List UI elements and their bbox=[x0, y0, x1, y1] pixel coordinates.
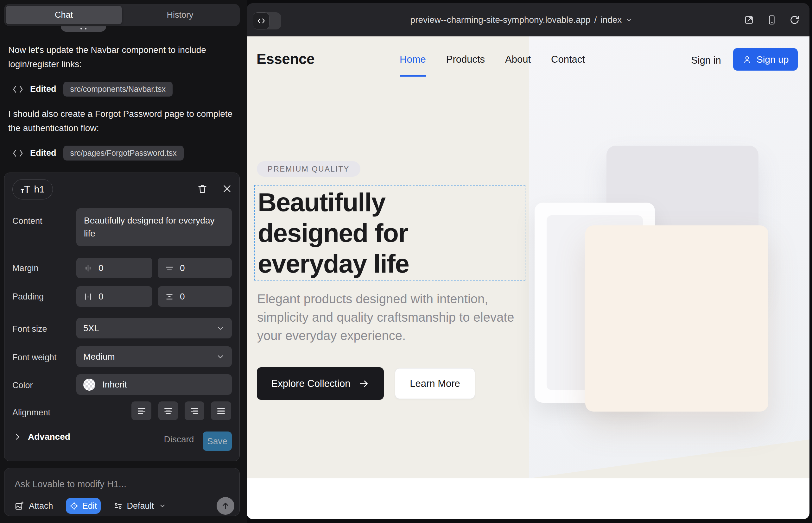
url-bar[interactable]: preview--charming-site-symphony.lovable.… bbox=[410, 3, 633, 36]
nav-link-contact[interactable]: Contact bbox=[551, 54, 585, 65]
route-name: index bbox=[600, 15, 622, 25]
chat-composer: Ask Lovable to modify H1... Attach Edit … bbox=[4, 468, 240, 516]
edited-label: Edited bbox=[30, 148, 56, 158]
user-icon bbox=[742, 55, 752, 64]
padding-label: Padding bbox=[12, 292, 44, 302]
preview-chrome-bar: preview--charming-site-symphony.lovable.… bbox=[247, 3, 810, 36]
refresh-icon[interactable] bbox=[789, 15, 800, 25]
attach-label: Attach bbox=[29, 501, 53, 511]
hero-heading[interactable]: Beautifully designed for everyday life bbox=[258, 187, 409, 279]
route-chevron-icon bbox=[625, 16, 632, 23]
site-nav: Home Products About Contact bbox=[400, 54, 585, 65]
sign-up-label: Sign up bbox=[757, 54, 789, 65]
sign-in-link[interactable]: Sign in bbox=[691, 55, 721, 66]
default-label: Default bbox=[127, 501, 154, 511]
margin-y-input[interactable]: 0 bbox=[158, 258, 232, 278]
app-window: { "sidebar": { "tabs": { "chat": "Chat",… bbox=[0, 0, 812, 523]
save-button[interactable]: Save bbox=[203, 432, 232, 451]
nav-link-home[interactable]: Home bbox=[400, 54, 426, 65]
edited-file-row: Edited src/pages/ForgotPassword.tsx bbox=[13, 146, 184, 161]
align-center-button[interactable] bbox=[158, 401, 178, 420]
color-value: Inherit bbox=[102, 380, 127, 390]
chevron-down-icon bbox=[159, 502, 166, 510]
attach-button[interactable]: Attach bbox=[15, 501, 53, 511]
advanced-label: Advanced bbox=[28, 432, 70, 442]
edit-target-icon bbox=[69, 501, 79, 511]
edited-file-row: Edited src/components/Navbar.tsx bbox=[13, 82, 173, 96]
chevron-down-icon bbox=[216, 353, 225, 361]
edit-mode-button[interactable]: Edit bbox=[66, 498, 101, 514]
explore-collection-button[interactable]: Explore Collection bbox=[257, 367, 384, 400]
default-mode-button[interactable]: Default bbox=[113, 501, 166, 511]
selected-element-outline[interactable]: Beautifully designed for everyday life bbox=[254, 185, 525, 281]
site-page: Essence Home Products About Contact Sign… bbox=[247, 36, 810, 519]
settings-sliders-icon bbox=[113, 501, 123, 511]
padding-y-input[interactable]: 0 bbox=[158, 286, 232, 307]
margin-x-value: 0 bbox=[99, 263, 104, 273]
margin-label: Margin bbox=[12, 264, 39, 273]
color-label: Color bbox=[12, 381, 33, 390]
hero-heading-line: designed for bbox=[258, 218, 408, 247]
composer-toolbar: Attach Edit Default bbox=[15, 498, 234, 514]
align-right-button[interactable] bbox=[184, 401, 204, 420]
selected-element-tag: ᴛT h1 bbox=[12, 179, 53, 199]
align-justify-icon bbox=[216, 406, 226, 416]
close-icon bbox=[222, 184, 232, 194]
discard-button[interactable]: Discard bbox=[161, 434, 197, 445]
font-size-label: Font size bbox=[12, 324, 47, 334]
premium-quality-badge: PREMIUM QUALITY bbox=[257, 161, 360, 177]
color-select[interactable]: Inherit bbox=[76, 374, 232, 395]
delete-element-button[interactable] bbox=[196, 183, 208, 195]
chat-message: Now let's update the Navbar component to… bbox=[8, 43, 234, 72]
explore-collection-label: Explore Collection bbox=[271, 378, 351, 390]
content-label: Content bbox=[12, 216, 42, 226]
edited-label: Edited bbox=[30, 84, 56, 94]
browser-preview: preview--charming-site-symphony.lovable.… bbox=[247, 3, 810, 519]
mobile-view-icon[interactable] bbox=[767, 15, 777, 25]
margin-horizontal-icon bbox=[83, 264, 93, 273]
file-pill[interactable]: src/pages/ForgotPassword.tsx bbox=[63, 146, 184, 161]
nav-link-about[interactable]: About bbox=[505, 54, 531, 65]
file-pill[interactable]: src/components/Navbar.tsx bbox=[63, 82, 173, 96]
learn-more-button[interactable]: Learn More bbox=[395, 368, 475, 399]
advanced-toggle[interactable]: Advanced bbox=[13, 432, 70, 442]
trash-icon bbox=[197, 183, 208, 194]
hero-heading-line: Beautifully bbox=[258, 188, 385, 217]
sidebar-tabbar: Chat History bbox=[4, 4, 240, 26]
tab-history[interactable]: History bbox=[122, 6, 238, 24]
chrome-actions bbox=[744, 3, 800, 36]
padding-vertical-icon bbox=[165, 292, 174, 301]
font-weight-select[interactable]: Medium bbox=[76, 346, 232, 367]
edit-label: Edit bbox=[82, 501, 97, 511]
send-button[interactable] bbox=[217, 497, 234, 515]
code-icon bbox=[13, 149, 23, 157]
sign-up-button[interactable]: Sign up bbox=[733, 48, 798, 71]
align-justify-button[interactable] bbox=[211, 401, 231, 420]
preview-url: preview--charming-site-symphony.lovable.… bbox=[410, 15, 590, 25]
close-editor-button[interactable] bbox=[221, 183, 233, 195]
chevron-right-icon bbox=[13, 433, 21, 441]
align-center-icon bbox=[163, 406, 173, 416]
chevron-down-icon bbox=[216, 324, 225, 333]
composer-input[interactable]: Ask Lovable to modify H1... bbox=[15, 479, 230, 489]
font-weight-value: Medium bbox=[83, 352, 115, 362]
code-icon bbox=[13, 85, 23, 93]
padding-horizontal-icon bbox=[83, 292, 93, 301]
padding-x-input[interactable]: 0 bbox=[76, 286, 152, 307]
nav-link-products[interactable]: Products bbox=[446, 54, 485, 65]
content-textarea[interactable]: Beautifully designed for everyday life bbox=[76, 208, 232, 246]
margin-y-value: 0 bbox=[180, 263, 185, 273]
open-external-icon[interactable] bbox=[744, 15, 754, 25]
margin-x-input[interactable]: 0 bbox=[76, 258, 152, 278]
chat-sidebar: Chat History Now let's update the Navbar… bbox=[0, 0, 247, 523]
code-preview-toggle[interactable] bbox=[253, 12, 281, 30]
margin-vertical-icon bbox=[165, 264, 174, 273]
code-toggle-knob[interactable] bbox=[253, 12, 269, 30]
font-size-value: 5XL bbox=[83, 323, 99, 333]
attach-image-icon bbox=[15, 501, 25, 511]
align-left-button[interactable] bbox=[131, 401, 152, 420]
padding-y-value: 0 bbox=[180, 292, 185, 302]
site-logo[interactable]: Essence bbox=[257, 50, 315, 68]
font-size-select[interactable]: 5XL bbox=[76, 318, 232, 339]
tab-chat[interactable]: Chat bbox=[6, 6, 122, 24]
